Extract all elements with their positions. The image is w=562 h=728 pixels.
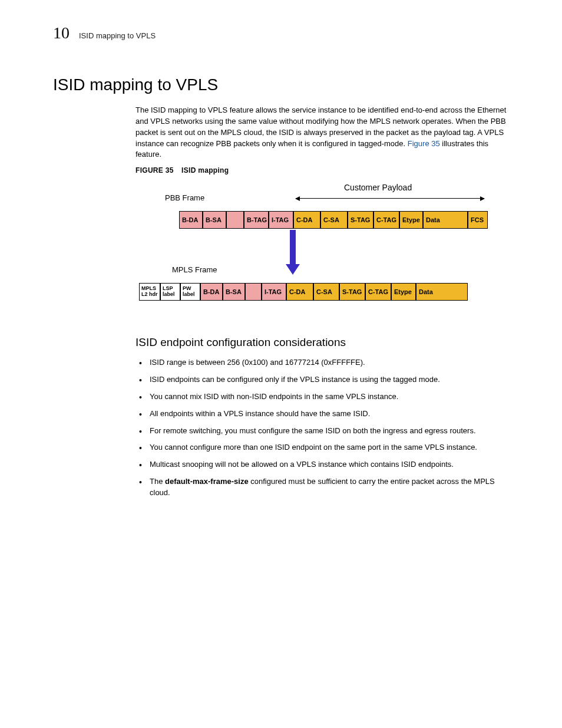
mpls-prefix-cell: PWlabel: [180, 283, 200, 301]
mpls-frame-row: B-DAB-SAI-TAGC-DAC-SAS-TAGC-TAGEtypeData: [200, 283, 468, 301]
frame-cell: B-DA: [200, 283, 223, 301]
frame-cell: C-SA: [313, 283, 339, 301]
header-section-title: ISID mapping to VPLS: [79, 31, 156, 40]
payload-arrow: [296, 198, 484, 199]
frame-cell: B-TAG: [244, 211, 269, 229]
list-item: The default-max-frame-size configured mu…: [135, 476, 515, 499]
frame-cell: S-TAG: [339, 283, 365, 301]
mpls-prefix-row: MPLSL2 hdrLSPlabelPWlabel: [139, 283, 200, 301]
frame-cell: B-DA: [179, 211, 203, 229]
figure-caption: FIGURE 35 ISID mapping: [135, 166, 515, 174]
page-header: 10 ISID mapping to VPLS: [53, 24, 515, 42]
frame-cell: C-DA: [293, 211, 320, 229]
pbb-frame-row: B-DAB-SAB-TAGI-TAGC-DAC-SAS-TAGC-TAGEtyp…: [179, 211, 488, 229]
pbb-frame-label: PBB Frame: [165, 193, 204, 202]
frame-cell: Data: [416, 283, 468, 301]
frame-cell: B-SA: [203, 211, 226, 229]
mpls-prefix-cell: LSPlabel: [160, 283, 180, 301]
figure-label: FIGURE 35: [135, 166, 174, 174]
frame-cell: C-SA: [320, 211, 348, 229]
page-title: ISID mapping to VPLS: [53, 75, 515, 94]
page-number: 10: [53, 24, 70, 42]
mpls-prefix-cell: MPLSL2 hdr: [139, 283, 160, 301]
subsection-title: ISID endpoint configuration consideratio…: [135, 336, 515, 349]
frame-cell: I-TAG: [269, 211, 293, 229]
list-item: Multicast snooping will not be allowed o…: [135, 459, 515, 470]
frame-cell: C-TAG: [373, 211, 399, 229]
list-item: ISID range is between 256 (0x100) and 16…: [135, 357, 515, 368]
list-item: All endpoints within a VPLS instance sho…: [135, 409, 515, 420]
frame-cell: Etype: [391, 283, 416, 301]
frame-cell: S-TAG: [348, 211, 373, 229]
list-item: You cannot mix ISID with non-ISID endpoi…: [135, 391, 515, 403]
frame-cell: [245, 283, 262, 301]
figure-link[interactable]: Figure 35: [408, 139, 440, 148]
frame-cell: [226, 211, 244, 229]
frame-cell: C-TAG: [365, 283, 391, 301]
list-item: For remote switching, you must configure…: [135, 426, 515, 437]
figure-title: ISID mapping: [181, 166, 229, 174]
mpls-frame-label: MPLS Frame: [172, 265, 217, 274]
customer-payload-label: Customer Payload: [344, 183, 412, 192]
frame-cell: I-TAG: [262, 283, 286, 301]
considerations-list: ISID range is between 256 (0x100) and 16…: [135, 357, 515, 499]
frame-cell: Data: [423, 211, 468, 229]
frame-cell: FCS: [468, 211, 488, 229]
figure-isid-mapping: PBB Frame Customer Payload B-DAB-SAB-TAG…: [135, 183, 515, 318]
frame-cell: Etype: [399, 211, 423, 229]
mapping-arrow-icon: [290, 230, 296, 265]
list-item: ISID endpoints can be configured only if…: [135, 374, 515, 386]
intro-paragraph: The ISID mapping to VPLS feature allows …: [135, 105, 515, 160]
list-item: You cannot configure more than one ISID …: [135, 442, 515, 453]
frame-cell: B-SA: [223, 283, 245, 301]
frame-cell: C-DA: [286, 283, 313, 301]
